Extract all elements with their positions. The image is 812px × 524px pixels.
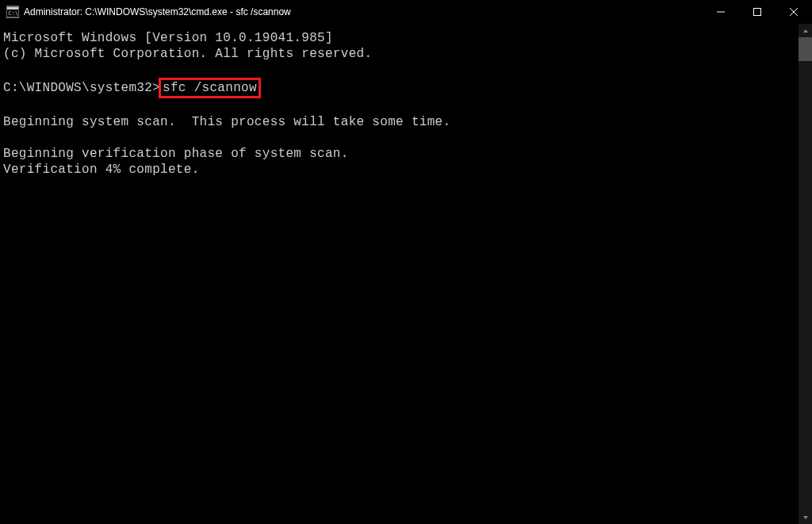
copyright-line: (c) Microsoft Corporation. All rights re… (3, 47, 372, 61)
command-highlight: sfc /scannow (159, 78, 261, 98)
vertical-scrollbar[interactable] (799, 24, 812, 524)
svg-text:C:\: C:\ (9, 10, 19, 17)
cmd-icon: C:\ (6, 6, 19, 18)
prompt: C:\WINDOWS\system32> (3, 81, 160, 95)
maximize-button[interactable] (739, 0, 776, 24)
titlebar[interactable]: C:\ Administrator: C:\WINDOWS\system32\c… (0, 0, 812, 24)
command-text: sfc /scannow (163, 81, 257, 95)
minimize-button[interactable] (703, 0, 739, 24)
verification-begin-line: Beginning verification phase of system s… (3, 147, 349, 161)
svg-marker-7 (803, 29, 808, 33)
version-line: Microsoft Windows [Version 10.0.19041.98… (3, 31, 333, 45)
window-controls (703, 0, 812, 23)
scroll-down-arrow-icon[interactable] (799, 511, 812, 524)
verification-progress-line: Verification 4% complete. (3, 163, 200, 177)
scroll-thumb[interactable] (799, 37, 812, 61)
window-title: Administrator: C:\WINDOWS\system32\cmd.e… (24, 6, 703, 17)
svg-rect-4 (754, 9, 761, 16)
terminal-output[interactable]: Microsoft Windows [Version 10.0.19041.98… (0, 24, 812, 524)
svg-marker-8 (803, 516, 808, 519)
close-button[interactable] (776, 0, 812, 24)
svg-rect-1 (7, 7, 18, 10)
scan-begin-line: Beginning system scan. This process will… (3, 115, 450, 129)
scroll-up-arrow-icon[interactable] (799, 24, 812, 37)
command-prompt-window: C:\ Administrator: C:\WINDOWS\system32\c… (0, 0, 812, 524)
scroll-track[interactable] (799, 37, 812, 511)
